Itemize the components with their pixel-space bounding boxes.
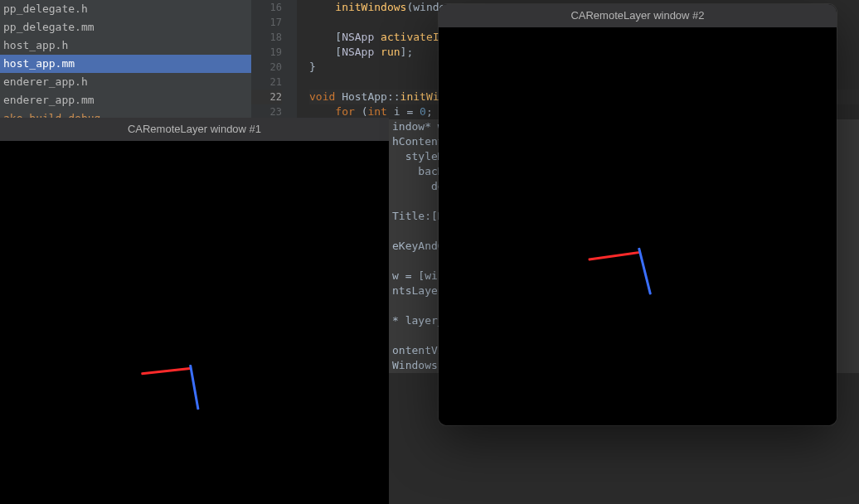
axis-blue-line	[638, 248, 652, 295]
line-number: 21	[251, 75, 282, 90]
file-item-selected[interactable]: host_app.mm	[0, 55, 251, 73]
render-canvas-2	[439, 27, 837, 425]
line-number: 19	[251, 45, 282, 60]
file-item[interactable]: pp_delegate.mm	[0, 18, 251, 36]
line-number: 17	[251, 15, 282, 30]
render-canvas-1	[0, 141, 389, 504]
line-number-current: 22	[251, 90, 282, 104]
render-window-2[interactable]: CARemoteLayer window #2	[439, 4, 837, 425]
axis-blue-line	[189, 365, 200, 410]
file-item[interactable]: enderer_app.h	[0, 73, 251, 91]
line-number: 18	[251, 30, 282, 45]
axis-red-line	[588, 251, 639, 261]
window-titlebar[interactable]: CARemoteLayer window #2	[439, 4, 837, 27]
line-number: 20	[251, 60, 282, 75]
window-titlebar[interactable]: CARemoteLayer window #1	[0, 118, 389, 141]
axis-red-line	[141, 367, 191, 375]
line-number: 16	[251, 0, 282, 15]
file-item[interactable]: pp_delegate.h	[0, 0, 251, 18]
render-window-1[interactable]: CARemoteLayer window #1	[0, 118, 389, 504]
file-item[interactable]: host_app.h	[0, 36, 251, 55]
file-item[interactable]: enderer_app.mm	[0, 91, 251, 109]
